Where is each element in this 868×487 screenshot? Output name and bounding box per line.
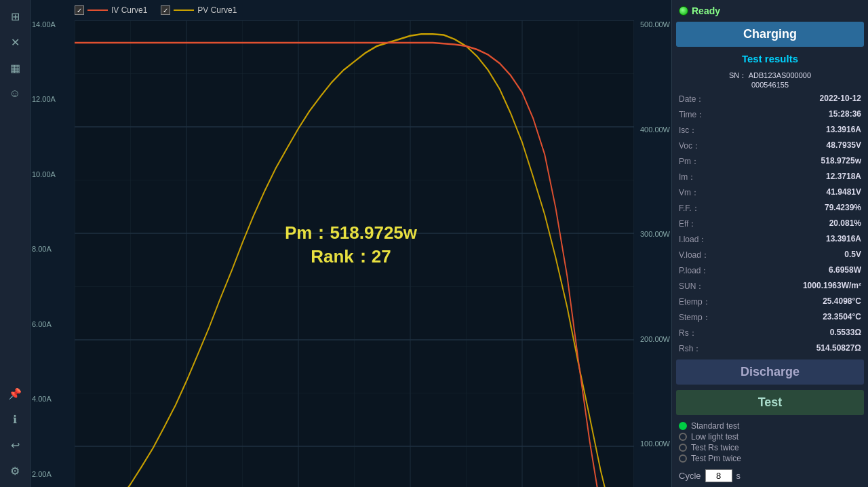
date-row: Date： 2022-10-12 [676, 93, 864, 106]
legend-pv-line [174, 9, 194, 11]
iload-row: I.load： 13.3916A [676, 233, 864, 246]
sn-label: SN： [729, 71, 747, 79]
pload-label: P.load： [679, 265, 709, 277]
vm-label: Vm： [679, 187, 699, 199]
voc-label: Voc： [679, 140, 701, 152]
date-label: Date： [679, 94, 704, 105]
sidebar: ⊞ ✕ ▦ ☺ 📌 ℹ ↩ ⚙ [0, 0, 31, 487]
rs-value: 0.5533Ω [830, 328, 861, 339]
test-results-title: Test results [676, 51, 864, 66]
chart-container: IV Curve1 PV Curve1 [31, 0, 671, 487]
radio-standard-label: Standard test [691, 421, 739, 431]
vload-row: V.load： 0.5V [676, 249, 864, 262]
radio-testrs-label: Test Rs twice [691, 443, 739, 452]
vload-label: V.load： [679, 250, 709, 261]
etemp-value: 25.4098°C [823, 296, 861, 308]
charging-button[interactable]: Charging [676, 22, 864, 47]
test-button[interactable]: Test [676, 390, 864, 415]
info-icon[interactable]: ℹ [4, 408, 26, 430]
cycle-input[interactable] [705, 469, 732, 482]
status-text: Ready [692, 5, 720, 16]
pm-row: Pm： 518.9725w [676, 155, 864, 168]
legend-pv-checkbox[interactable] [161, 5, 170, 15]
radio-testpm[interactable]: Test Pm twice [679, 453, 861, 464]
time-row: Time： 15:28:36 [676, 109, 864, 121]
radio-testpm-circle [679, 454, 687, 463]
isc-row: Isc： 13.3916A [676, 124, 864, 137]
users-icon[interactable]: ☺ [4, 83, 26, 104]
status-dot [679, 6, 688, 16]
radio-lowlight-circle [679, 433, 687, 441]
eff-value: 20.081% [829, 218, 861, 230]
sn-row: SN： ADB123AS000000000546155 [676, 69, 864, 90]
sun-value: 1000.1963W/m² [803, 281, 861, 292]
discharge-button[interactable]: Discharge [676, 359, 864, 385]
legend-iv-line [87, 9, 108, 11]
radio-standard[interactable]: Standard test [679, 421, 861, 431]
status-row: Ready [676, 4, 864, 18]
back-icon[interactable]: ↩ [4, 434, 26, 456]
close-icon[interactable]: ✕ [4, 31, 26, 53]
iload-value: 13.3916A [826, 234, 861, 246]
rs-label: Rs： [679, 328, 697, 339]
stemp-value: 23.3504°C [823, 312, 861, 324]
eff-label: Eff： [679, 218, 696, 230]
im-label: Im： [679, 172, 696, 183]
voc-row: Voc： 48.7935V [676, 140, 864, 153]
etemp-row: Etemp： 25.4098°C [676, 296, 864, 309]
y-axis-right: 0.00W 100.00W 200.00W 300.00W 400.00W 50… [640, 20, 670, 487]
y-label-10a: 10.00A [32, 170, 56, 178]
legend-pv-label: PV Curve1 [197, 5, 237, 15]
chart-legend: IV Curve1 PV Curve1 [75, 5, 237, 15]
rsh-value: 514.50827Ω [816, 343, 861, 355]
y-label-500w: 500.00W [640, 20, 670, 28]
iload-label: I.load： [679, 234, 707, 246]
settings-icon[interactable]: ⚙ [4, 460, 26, 482]
radio-standard-circle [679, 422, 687, 430]
radio-lowlight-label: Low light test [691, 432, 738, 442]
sun-row: SUN： 1000.1963W/m² [676, 280, 864, 293]
isc-label: Isc： [679, 125, 697, 136]
ff-label: F.F.： [679, 203, 700, 214]
isc-value: 13.3916A [826, 125, 861, 136]
stemp-label: Stemp： [679, 312, 711, 324]
main-content: IV Curve1 PV Curve1 [31, 0, 868, 487]
im-row: Im： 12.3718A [676, 171, 864, 184]
legend-iv-label: IV Curve1 [111, 5, 147, 15]
right-panel: Ready Charging Test results SN： ADB123AS… [671, 0, 868, 487]
grid-icon[interactable]: ⊞ [4, 5, 26, 27]
y-label-200w: 200.00W [640, 335, 670, 343]
ff-row: F.F.： 79.4239% [676, 202, 864, 215]
date-value: 2022-10-12 [820, 94, 861, 105]
cycle-row: Cycle s [676, 468, 864, 484]
im-value: 12.3718A [826, 172, 861, 183]
pload-value: 6.6958W [829, 265, 861, 277]
eff-row: Eff： 20.081% [676, 218, 864, 231]
rsh-row: Rsh： 514.50827Ω [676, 343, 864, 355]
legend-iv-checkbox[interactable] [75, 5, 84, 15]
y-label-400w: 400.00W [640, 125, 670, 134]
vm-row: Vm： 41.9481V [676, 187, 864, 199]
cycle-label: Cycle [679, 471, 701, 481]
pm-label: Pm： [679, 156, 699, 168]
stemp-row: Stemp： 23.3504°C [676, 311, 864, 324]
radio-lowlight[interactable]: Low light test [679, 431, 861, 442]
etemp-label: Etemp： [679, 296, 711, 308]
rs-row: Rs： 0.5533Ω [676, 327, 864, 340]
rsh-label: Rsh： [679, 343, 701, 355]
y-label-14a: 14.00A [32, 20, 56, 28]
radio-testrs[interactable]: Test Rs twice [679, 442, 861, 453]
vm-value: 41.9481V [827, 187, 861, 199]
y-label-12a: 12.00A [32, 95, 56, 103]
y-axis-left: 0.00A 2.00A 4.00A 6.00A 8.00A 10.00A 12.… [32, 20, 56, 487]
y-label-100w: 100.00W [640, 440, 670, 448]
y-label-2a: 2.00A [32, 470, 56, 478]
pload-row: P.load： 6.6958W [676, 265, 864, 277]
time-label: Time： [679, 109, 705, 121]
pin-icon[interactable]: 📌 [4, 383, 26, 404]
sun-label: SUN： [679, 281, 704, 292]
legend-iv: IV Curve1 [75, 5, 147, 15]
y-label-4a: 4.00A [32, 395, 56, 403]
chart-icon[interactable]: ▦ [4, 57, 26, 79]
test-mode-group: Standard test Low light test Test Rs twi… [676, 419, 864, 465]
